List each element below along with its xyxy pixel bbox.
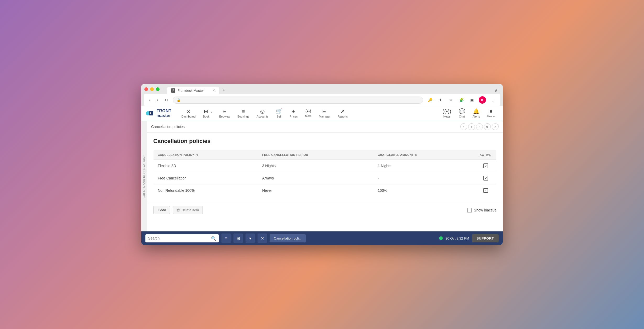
nav-item-alerts[interactable]: 🔔 Alerts xyxy=(469,106,484,121)
show-inactive-container[interactable]: Show inactive xyxy=(467,208,496,213)
share-icon[interactable]: ⬆ xyxy=(437,96,444,104)
nav-item-prope[interactable]: ■ Prope xyxy=(484,106,499,121)
book-dropdown-icon[interactable]: ▾ xyxy=(211,111,212,114)
nav-item-news[interactable]: ((•)) News xyxy=(439,106,455,121)
show-inactive-checkbox[interactable] xyxy=(467,208,472,213)
page-nav-close[interactable]: × xyxy=(492,123,499,130)
tab-title: Frontdesk Master xyxy=(177,89,204,93)
bookmark-icon[interactable]: ☆ xyxy=(447,96,455,104)
nav-label-chat: Chat xyxy=(459,115,465,118)
sidebar-toggle-icon[interactable]: ▣ xyxy=(468,96,476,104)
back-button[interactable]: ‹ xyxy=(148,97,152,103)
extensions-icon[interactable]: 🧩 xyxy=(458,96,465,104)
tab-favicon: F xyxy=(171,88,175,93)
nav-item-accounts[interactable]: ◎ Accounts xyxy=(253,106,272,121)
nav-label-prices: Prices xyxy=(290,115,298,118)
cell-policy-3: Non Refundable 100% xyxy=(154,184,258,197)
toolbar-icons: 🔑 ⬆ ☆ 🧩 ▣ K ⋮ xyxy=(426,96,496,104)
cell-policy-1: Flexible 3D xyxy=(154,160,258,172)
dashboard-icon: ⊙ xyxy=(186,109,191,114)
page-nav-restore[interactable]: ⊕ xyxy=(484,123,491,130)
cell-active-3[interactable]: ✓ xyxy=(476,184,496,197)
support-button[interactable]: SUPPORT xyxy=(472,234,499,242)
address-field[interactable]: 🔒 xyxy=(173,97,423,104)
nav-item-book[interactable]: ⊞ Book ▾ xyxy=(199,106,215,121)
nav-item-sell[interactable]: 🛒 Sell xyxy=(272,106,286,121)
nav-label-bedview: Bedview xyxy=(219,115,230,118)
nav-item-bedview[interactable]: ⊟ Bedview xyxy=(216,106,234,121)
sidebar[interactable]: GUESTS AND RESERVATIONS xyxy=(141,121,147,231)
lock-icon: 🔒 xyxy=(177,98,181,102)
list-view-button[interactable]: ≡ xyxy=(221,234,231,243)
trash-icon: 🗑 xyxy=(177,208,180,212)
tab-close-button[interactable]: ✕ xyxy=(212,89,215,92)
grid-view-button[interactable]: ⊞ xyxy=(233,234,243,243)
sidebar-label-text: GUESTS AND RESERVATIONS xyxy=(143,155,145,198)
avatar[interactable]: K xyxy=(479,96,486,104)
nav-item-bookings[interactable]: ≡ Bookings xyxy=(234,106,253,121)
current-page-button[interactable]: Cancellation poli... xyxy=(270,234,306,242)
status-indicator xyxy=(439,236,443,240)
col-header-period: FREE CANCELLATION PERIOD xyxy=(258,150,374,160)
app-logo: F FRONT master xyxy=(145,106,176,121)
active-tab[interactable]: F Frontdesk Master ✕ xyxy=(167,87,219,94)
tab-bar: F Frontdesk Master ✕ + xyxy=(167,87,227,94)
alerts-icon: 🔔 xyxy=(473,109,479,114)
close-search-button[interactable]: ✕ xyxy=(258,234,267,243)
search-input[interactable] xyxy=(148,236,209,240)
chat-icon: 💬 xyxy=(459,109,465,114)
close-button[interactable] xyxy=(144,87,148,91)
cell-amount-3: 100% xyxy=(374,184,476,197)
delete-button[interactable]: 🗑 Delete Item xyxy=(173,206,203,214)
checkbox-active-3[interactable]: ✓ xyxy=(483,188,488,193)
cell-active-2[interactable]: ✓ xyxy=(476,172,496,184)
layout-body: GUESTS AND RESERVATIONS Cancellation pol… xyxy=(141,121,503,231)
table-row[interactable]: Flexible 3D 3 Nights 1 Nights ✓ xyxy=(154,160,496,172)
nav-label-reports: Reports xyxy=(338,115,348,118)
table-row[interactable]: Non Refundable 100% Never 100% ✓ xyxy=(154,184,496,197)
expand-button[interactable]: ▾ xyxy=(245,234,255,243)
nav-item-dashboard[interactable]: ⊙ Dashboard xyxy=(178,106,199,121)
browser-menu-icon[interactable]: ⋮ xyxy=(489,96,496,104)
checkbox-active-2[interactable]: ✓ xyxy=(483,176,488,181)
forward-button[interactable]: › xyxy=(155,97,160,103)
nav-item-prices[interactable]: ⊞ Prices xyxy=(286,106,302,121)
maximize-button[interactable] xyxy=(156,87,160,91)
key-icon[interactable]: 🔑 xyxy=(426,96,434,104)
cell-active-1[interactable]: ✓ xyxy=(476,160,496,172)
cell-period-3: Never xyxy=(258,184,374,197)
minimize-button[interactable] xyxy=(150,87,154,91)
nav-item-chat[interactable]: 💬 Chat xyxy=(455,106,469,121)
nav-item-reports[interactable]: ↗ Reports xyxy=(334,106,352,121)
page-nav-minimize[interactable]: − xyxy=(476,123,483,130)
logo-svg: F xyxy=(145,109,155,118)
address-bar-row: ‹ › ↻ 🔒 🔑 ⬆ ☆ 🧩 ▣ K ⋮ xyxy=(144,94,500,106)
browser-window: F Frontdesk Master ✕ + ∨ ‹ › ↻ 🔒 🔑 ⬆ ☆ 🧩 xyxy=(141,84,503,245)
page-nav-prev[interactable]: ‹ xyxy=(460,123,467,130)
nav-label-bookings: Bookings xyxy=(237,115,249,118)
app-nav: F FRONT master ⊙ Dashboard ⊞ Book ▾ ⊟ xyxy=(141,106,503,121)
nav-label-alerts: Alerts xyxy=(473,115,480,118)
search-icon[interactable]: 🔍 xyxy=(211,236,216,241)
prope-icon: ■ xyxy=(490,109,493,114)
search-input-wrap: 🔍 xyxy=(145,234,219,242)
page-nav-next[interactable]: › xyxy=(468,123,475,130)
new-tab-button[interactable]: + xyxy=(220,87,227,94)
more-icon: ⟨••⟩ xyxy=(305,109,311,113)
nav-label-accounts: Accounts xyxy=(256,115,268,118)
data-table: CANCELLATION POLICY ⇅ FREE CANCELLATION … xyxy=(153,150,496,197)
book-icon: ⊞ xyxy=(204,109,208,114)
nav-item-more[interactable]: ⟨••⟩ More xyxy=(301,107,315,121)
main-content: Cancellation policies ‹ › − ⊕ × Cancella… xyxy=(147,121,503,231)
nav-item-manager[interactable]: ⊟ Manager xyxy=(315,106,334,121)
manager-icon: ⊟ xyxy=(322,109,327,114)
cell-period-1: 3 Nights xyxy=(258,160,374,172)
add-button[interactable]: + Add xyxy=(153,206,170,214)
window-menu-icon[interactable]: ∨ xyxy=(492,88,500,93)
cell-period-2: Always xyxy=(258,172,374,184)
sort-icon[interactable]: ⇅ xyxy=(196,153,199,156)
nav-label-sell: Sell xyxy=(277,115,281,118)
table-row[interactable]: Free Cancellation Always - ✓ xyxy=(154,172,496,184)
checkbox-active-1[interactable]: ✓ xyxy=(483,163,488,168)
refresh-button[interactable]: ↻ xyxy=(163,97,170,103)
